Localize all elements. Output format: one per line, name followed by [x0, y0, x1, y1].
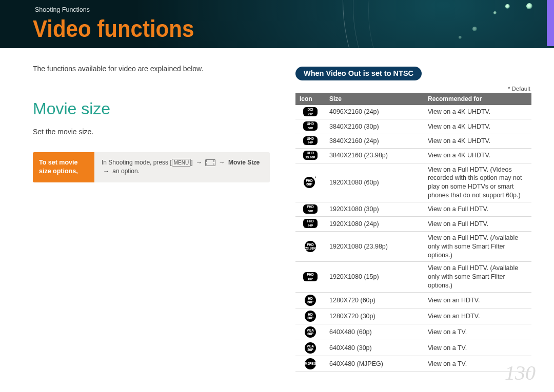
cell-size: 1280X720 (60p)	[325, 293, 424, 308]
cell-icon: FHD15P	[295, 262, 325, 293]
callout-body: In Shooting mode, press [MENU] → → Movie…	[94, 152, 270, 182]
resolution-icon: FHD15P	[303, 272, 318, 281]
breadcrumb: Shooting Functions	[35, 6, 90, 13]
resolution-icon: DCI24P	[303, 107, 318, 116]
cell-recommended: View on an HDTV.	[424, 308, 531, 324]
cell-size: 4096X2160 (24p)	[325, 105, 424, 119]
cell-recommended: View on a 4K UHDTV.	[424, 149, 531, 163]
callout-bold: Movie Size	[228, 159, 260, 166]
table-row: FHD15P1920X1080 (15p)View on a Full HDTV…	[295, 262, 531, 293]
callout-label: To set movie size options,	[33, 152, 94, 182]
cell-size: 3840X2160 (30p)	[325, 119, 424, 134]
cell-size: 3840X2160 (24p)	[325, 134, 424, 148]
cell-icon: VGA 60P	[295, 324, 325, 340]
page-title: Video functions	[33, 15, 194, 43]
left-column: The functions available for video are ex…	[33, 65, 269, 182]
table-row: HD 60P1280X720 (60p)View on an HDTV.	[295, 293, 531, 308]
cell-recommended: View on a 4K UHDTV.	[424, 105, 531, 119]
menu-key-icon: MENU	[172, 159, 191, 167]
cell-size: 1920X1080 (15p)	[325, 262, 424, 293]
cell-icon: UHD30P	[295, 119, 325, 134]
table-row: DCI24P4096X2160 (24p)View on a 4K UHDTV.	[295, 105, 531, 119]
col-header-size: Size	[325, 93, 424, 105]
cell-icon: MJPEG	[295, 356, 325, 372]
cell-recommended: View on a Full HDTV.	[424, 217, 531, 231]
resolution-icon: FHD24P	[303, 219, 318, 228]
cell-recommended: View on a Full HDTV. (Videos recorded wi…	[424, 163, 531, 202]
decorative-dot	[493, 11, 497, 14]
right-column: When Video Out is set to NTSC * Default …	[295, 67, 531, 372]
arrow-icon: →	[102, 167, 111, 176]
table-row: UHD23.98P3840X2160 (23.98p)View on a 4K …	[295, 149, 531, 163]
page-number: 130	[505, 361, 536, 385]
cell-icon: FHD 23.98P	[295, 231, 325, 262]
cell-icon: FHD30P	[295, 202, 325, 217]
cell-icon: HD 30P	[295, 308, 325, 324]
condition-pill: When Video Out is set to NTSC	[295, 67, 422, 80]
resolution-icon: MJPEG	[305, 358, 316, 369]
cell-icon: HD 60P	[295, 293, 325, 308]
cell-size: 1280X720 (30p)	[325, 308, 424, 324]
col-header-icon: Icon	[295, 93, 325, 105]
decorative-dot	[459, 36, 462, 39]
resolution-icon: FHD 60P	[304, 177, 315, 188]
cell-size: 640X480 (30p)	[325, 340, 424, 356]
cell-recommended: View on a Full HDTV. (Available only wit…	[424, 231, 531, 262]
table-row: UHD24P3840X2160 (24p)View on a 4K UHDTV.	[295, 134, 531, 148]
resolution-icon: HD 30P	[305, 311, 316, 322]
cell-size: 1920X1080 (60p)	[325, 163, 424, 202]
table-row: FHD 23.98P1920X1080 (23.98p)View on a Fu…	[295, 231, 531, 262]
table-row: UHD30P3840X2160 (30p)View on a 4K UHDTV.	[295, 119, 531, 134]
table-row: MJPEG640X480 (MJPEG)View on a TV.	[295, 356, 531, 372]
col-header-recommended: Recommended for	[424, 93, 531, 105]
callout-text: ]	[191, 159, 194, 166]
default-star-icon: *	[314, 176, 316, 181]
cell-recommended: View on an HDTV.	[424, 293, 531, 308]
cell-size: 640X480 (MJPEG)	[325, 356, 424, 372]
section-heading-movie-size: Movie size	[33, 99, 269, 118]
movie-size-table: Icon Size Recommended for DCI24P4096X216…	[295, 93, 531, 372]
cell-size: 1920X1080 (23.98p)	[325, 231, 424, 262]
cell-recommended: View on a 4K UHDTV.	[424, 134, 531, 148]
default-footnote: * Default	[295, 86, 530, 92]
table-row: VGA 60P640X480 (60p)View on a TV.	[295, 324, 531, 340]
table-row: FHD24P1920X1080 (24p)View on a Full HDTV…	[295, 217, 531, 231]
cell-icon: FHD 60P*	[295, 163, 325, 202]
header-band: Shooting Functions Video functions	[0, 0, 554, 48]
table-row: VGA 30P640X480 (30p)View on a TV.	[295, 340, 531, 356]
cell-size: 1920X1080 (30p)	[325, 202, 424, 217]
cell-icon: UHD23.98P	[295, 149, 325, 163]
arrow-icon: →	[194, 158, 204, 167]
resolution-icon: UHD24P	[303, 136, 318, 146]
resolution-icon: UHD23.98P	[303, 151, 318, 160]
cell-recommended: View on a Full HDTV. (Available only wit…	[424, 262, 531, 293]
intro-text: The functions available for video are ex…	[33, 65, 269, 73]
cell-recommended: View on a 4K UHDTV.	[424, 119, 531, 134]
section-subtext: Set the movie size.	[33, 128, 269, 136]
cell-icon: FHD24P	[295, 217, 325, 231]
cell-size: 1920X1080 (24p)	[325, 217, 424, 231]
cell-recommended: View on a TV.	[424, 340, 531, 356]
cell-size: 640X480 (60p)	[325, 324, 424, 340]
cell-icon: DCI24P	[295, 105, 325, 119]
cell-size: 3840X2160 (23.98p)	[325, 149, 424, 163]
table-row: FHD 60P*1920X1080 (60p)View on a Full HD…	[295, 163, 531, 202]
arrow-icon: →	[217, 158, 227, 167]
callout-text: an option.	[111, 168, 140, 175]
movie-mode-icon	[205, 159, 215, 166]
cell-recommended: View on a TV.	[424, 324, 531, 340]
cell-icon: UHD24P	[295, 134, 325, 148]
resolution-icon: VGA 30P	[305, 342, 316, 354]
cell-recommended: View on a Full HDTV.	[424, 202, 531, 217]
resolution-icon: UHD30P	[303, 121, 318, 131]
resolution-icon: FHD30P	[303, 204, 318, 214]
decorative-dot	[526, 3, 532, 9]
callout-text: In Shooting mode, press [	[102, 159, 172, 166]
resolution-icon: VGA 60P	[305, 326, 316, 338]
instruction-callout: To set movie size options, In Shooting m…	[33, 152, 270, 182]
resolution-icon: HD 60P	[305, 295, 316, 306]
decorative-dot	[505, 4, 510, 9]
resolution-icon: FHD 23.98P	[305, 241, 316, 252]
table-row: FHD30P1920X1080 (30p)View on a Full HDTV…	[295, 202, 531, 217]
table-row: HD 30P1280X720 (30p)View on an HDTV.	[295, 308, 531, 324]
